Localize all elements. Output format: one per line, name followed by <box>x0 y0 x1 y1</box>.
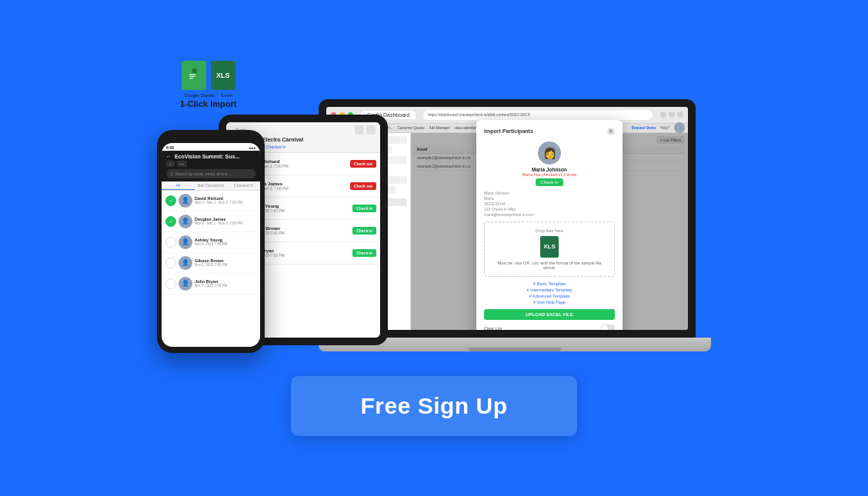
info-fields: Maria Johnson Maria 3323232444 123 Check… <box>484 191 615 217</box>
clear-list-toggle-row: Clear List <box>484 325 615 330</box>
phone-avatar: 👤 <box>179 194 192 208</box>
modal-header: Import Participants ✕ <box>484 128 615 135</box>
main-container: XLS Google Sheets Excel 1-Click Import G… <box>0 0 868 496</box>
tab-all[interactable]: All <box>162 181 195 190</box>
check-in-button[interactable]: Check in <box>536 178 563 186</box>
import-label: 1-Click Import <box>180 99 236 108</box>
help-page-link[interactable]: # Visit Help Page <box>484 300 615 305</box>
browser-btn <box>669 112 675 118</box>
file-drop-zone[interactable]: Drop files here XLS Must be .xlsx OR .cs… <box>484 221 615 277</box>
browser-main: + List Filters Email Birthday example1@o… <box>411 133 688 330</box>
excel-label: Excel <box>221 93 232 98</box>
free-signup-button[interactable]: Free Sign Up <box>291 376 576 436</box>
checkin-button[interactable]: Check in <box>352 249 376 257</box>
participant-name: Maria Johnson <box>532 167 567 172</box>
phone: 8:09 ●●● ← EcoVision Summit: Sus... ↓ ⋯ <box>157 130 265 353</box>
intermediate-template-link[interactable]: # Intermediate Template <box>484 288 615 292</box>
tablet-btn[interactable] <box>366 125 376 135</box>
devices-area: XLS Google Sheets Excel 1-Click Import G… <box>157 61 711 361</box>
browser-btn <box>660 112 666 118</box>
check-indicator <box>165 237 176 248</box>
svg-rect-3 <box>189 75 195 76</box>
phone-frame: 8:09 ●●● ← EcoVision Summit: Sus... ↓ ⋯ <box>157 130 265 353</box>
excel-drop-icon: XLS <box>540 236 559 258</box>
clear-list-label: Clear List <box>484 326 502 330</box>
request-demo-btn[interactable]: Request Demo <box>632 126 656 130</box>
participant-status: Maria has checked in 3 times <box>522 172 576 177</box>
profile-section: 👩 Maria Johnson Maria has checked in 3 t… <box>484 141 615 186</box>
icon-labels: Google Sheets Excel <box>184 93 232 98</box>
phone-avatar: 👤 <box>179 235 192 249</box>
checkout-button[interactable]: Check out <box>350 182 376 190</box>
basic-template-link[interactable]: # Basic Template <box>484 281 615 286</box>
modal-title: Import Participants <box>484 128 533 134</box>
browser-btn <box>677 112 683 118</box>
phone-search-bar[interactable]: Q. Search by name, email, phone... <box>166 169 255 178</box>
import-badge: XLS Google Sheets Excel 1-Click Import <box>180 61 236 108</box>
list-item: ✓ 👤 Douglas James Nov 3 · Nov 1 · Nov 2,… <box>162 211 260 232</box>
list-item: 👤 John Bryan Nov 4, 2023 7:00 PM <box>162 274 260 295</box>
participant-avatar: 👩 <box>538 141 561 165</box>
drop-sub-text: Must be .xlsx OR .csv, with the format o… <box>491 261 608 270</box>
excel-icon: XLS <box>211 61 235 90</box>
user-avatar <box>674 122 685 133</box>
check-indicator <box>165 278 176 289</box>
clear-list-toggle[interactable] <box>601 325 615 330</box>
tablet-btn[interactable] <box>355 125 364 135</box>
phone-header: ← EcoVision Summit: Sus... ↓ ⋯ Q. Search… <box>162 151 260 181</box>
phone-action-btn[interactable]: ↓ <box>166 161 175 167</box>
phone-avatar: 👤 <box>179 215 192 228</box>
checkin-button[interactable]: Check in <box>352 227 376 235</box>
phone-screen: 8:09 ●●● ← EcoVision Summit: Sus... ↓ ⋯ <box>162 143 260 347</box>
checkout-button[interactable]: Check out <box>350 160 376 168</box>
modal-overlay: Import Participants ✕ 👩 Maria Johnson Ma… <box>411 133 688 330</box>
advanced-template-link[interactable]: # Advanced Template <box>484 294 615 298</box>
phone-event-name: EcoVision Summit: Sus... <box>175 154 239 159</box>
phone-action-btn[interactable]: ⋯ <box>177 161 187 167</box>
import-icons: XLS <box>182 61 235 90</box>
template-links: # Basic Template # Intermediate Template… <box>484 281 615 305</box>
google-sheets-icon <box>182 61 206 90</box>
list-item: ✓ 👤 David Richard Nov 3 · Nov 1 · Nov 2,… <box>162 191 260 211</box>
drop-text: Drop files here <box>491 228 608 233</box>
svg-rect-2 <box>189 74 195 75</box>
check-indicator <box>165 258 176 268</box>
phone-avatar: 👤 <box>179 277 192 291</box>
help-btn[interactable]: Help? <box>660 126 669 130</box>
browser-actions <box>660 112 683 118</box>
phone-tabs: All Not Checked In Checked In <box>162 181 260 191</box>
phone-notch <box>195 136 226 141</box>
check-indicator: ✓ <box>165 195 176 206</box>
google-sheets-label: Google Sheets <box>184 93 215 98</box>
checkin-button[interactable]: Check in <box>352 205 376 212</box>
tab-not-checked-in[interactable]: Not Checked In <box>195 181 228 190</box>
phone-avatar: 👤 <box>179 256 192 270</box>
svg-rect-4 <box>189 78 193 78</box>
check-indicator: ✓ <box>165 216 176 227</box>
browser-url: https://dashboard.onestepcheck.in/dkfd-c… <box>423 110 653 120</box>
list-item: 👤 Ashley Young Nov 8, 2019 7:00 PM <box>162 232 260 253</box>
upload-excel-button[interactable]: UPLOAD EXCEL FILE <box>484 309 615 320</box>
tab-checked-in[interactable]: Checked In <box>227 181 260 190</box>
svg-rect-1 <box>192 68 197 73</box>
phone-status-bar: 8:09 ●●● <box>162 143 260 151</box>
list-item: 👤 Gibson Brown Nov 5, 2023 7:00 PM <box>162 253 260 274</box>
modal-close-button[interactable]: ✕ <box>607 128 615 135</box>
import-modal: Import Participants ✕ 👩 Maria Johnson Ma… <box>476 120 623 330</box>
